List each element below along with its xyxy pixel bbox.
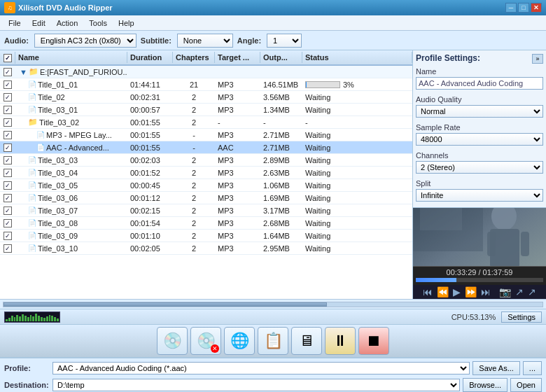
row-status: Waiting [302,244,412,253]
table-row[interactable]: 📄 Title_03_0500:00:452MP31.06MBWaiting [0,179,412,192]
row-checkbox[interactable] [0,180,15,190]
table-row[interactable]: 📄 Title_03_0100:00:572MP31.34MBWaiting [0,104,412,116]
maximize-button[interactable]: □ [518,3,529,13]
th-name[interactable]: Name [15,52,127,63]
split-select[interactable]: Infinite 5 MB 10 MB [416,189,543,202]
vc-play-button[interactable]: ▶ [451,286,462,298]
table-row[interactable]: 📄 Title_03_0700:02:152MP33.17MBWaiting [0,204,412,217]
close-button[interactable]: ✕ [531,3,542,13]
table-row[interactable]: ▼ 📁 E:[FAST_AND_FURIOU... [0,66,412,78]
row-checkbox[interactable] [0,79,15,90]
row-checkbox[interactable] [0,205,15,216]
row-output [260,71,302,73]
table-row[interactable]: 📁 Title_03_0200:01:552--- [0,116,412,129]
row-checkbox[interactable] [0,130,15,140]
waveform-bar [6,319,8,321]
row-checkbox[interactable] [0,66,15,77]
row-checkbox[interactable] [0,142,15,153]
row-checkbox[interactable] [0,167,15,178]
tb-dvd-button[interactable]: 💿 [157,327,188,355]
table-row[interactable]: 📄 AAC - Advanced...00:01:55-AAC2.71MBWai… [0,141,412,154]
browse-button[interactable]: Browse... [463,378,507,392]
row-checkbox[interactable] [0,218,15,228]
table-row[interactable]: 📄 Title_03_0600:01:122MP31.69MBWaiting [0,192,412,204]
vc-share1-button[interactable]: ↗ [514,286,525,298]
profile-more-button[interactable]: ... [523,361,542,375]
row-name: 📄 Title_03_10 [15,244,127,253]
row-target: MP3 [215,193,260,203]
audio-select[interactable]: English AC3 2ch (0x80) [34,34,136,48]
menu-edit[interactable]: Edit [27,18,51,29]
waveform-bar [30,315,32,321]
expand-button[interactable]: » [532,54,543,64]
dest-select[interactable]: D:\temp [52,379,460,391]
table-row[interactable]: 📄 Title_03_0900:01:102MP31.64MBWaiting [0,230,412,242]
row-duration: 00:01:12 [127,193,173,203]
row-checkbox[interactable] [0,92,15,102]
row-checkbox[interactable] [0,104,15,115]
vc-snapshot-button[interactable]: 📷 [498,286,512,298]
name-input[interactable] [416,77,543,90]
open-button[interactable]: Open [510,378,542,392]
tb-add-button[interactable]: 💿 ✕ [190,327,221,355]
sample-select[interactable]: 48000 44100 22050 [416,133,543,146]
th-target[interactable]: Target ... [215,52,260,63]
waveform-bar [49,315,51,321]
vc-forward-button[interactable]: ⏩ [463,286,478,298]
table-row[interactable]: 📄 Title_03_0400:01:522MP32.63MBWaiting [0,167,412,179]
minimize-button[interactable]: ─ [505,3,517,13]
row-target: MP3 [215,218,260,228]
timeline-progress[interactable] [416,278,543,282]
save-as-button[interactable]: Save As... [472,361,520,375]
table-body[interactable]: ▼ 📁 E:[FAST_AND_FURIOU...📄 Title_01_0101… [0,66,412,299]
profile-select[interactable]: AAC - Advanced Audio Coding (*.aac) [52,362,470,374]
th-duration[interactable]: Duration [127,52,173,63]
tb-folder-button[interactable]: 📋 [258,327,288,355]
hscroll-track[interactable] [3,302,543,307]
vc-prev-button[interactable]: ⏮ [421,286,434,298]
tb-browser-button[interactable]: 🌐 [224,327,255,355]
quality-select[interactable]: Normal High Very High Low [416,105,543,118]
row-checkbox[interactable] [0,243,15,253]
channels-select[interactable]: 2 (Stereo) 1 (Mono) [416,161,543,174]
vc-rewind-button[interactable]: ⏪ [435,286,450,298]
status-bar: CPU:53.13% Settings [0,309,546,324]
select-all-checkbox[interactable] [4,54,12,62]
subtitle-select[interactable]: None [177,34,233,48]
table-row[interactable]: 📄 Title_03_0800:01:542MP32.68MBWaiting [0,217,412,230]
table-header: Name Duration Chapters Target ... Outp..… [0,50,412,66]
table-row[interactable]: 📄 Title_03_0300:02:032MP32.89MBWaiting [0,154,412,167]
row-status: Waiting [302,193,412,203]
row-target: MP3 [215,244,260,253]
row-checkbox[interactable] [0,117,15,127]
tb-server-button[interactable]: 🖥 [291,327,322,355]
menu-tools[interactable]: Tools [83,18,113,29]
row-checkbox[interactable] [0,155,15,165]
menu-help[interactable]: Help [113,18,140,29]
table-row[interactable]: 📄 Title_03_1000:02:052MP32.95MBWaiting [0,242,412,255]
th-status[interactable]: Status [302,52,412,63]
menu-action[interactable]: Action [51,18,84,29]
settings-button[interactable]: Settings [501,312,542,323]
row-output: 1.69MB [260,193,302,203]
vc-next-button[interactable]: ⏭ [479,286,492,298]
row-target: - [215,118,260,127]
row-target: MP3 [215,168,260,178]
table-row[interactable]: 📄 MP3 - MPEG Lay...00:01:55-MP32.71MBWai… [0,129,412,141]
hscroll[interactable] [0,299,546,309]
table-row[interactable]: 📄 Title_0200:02:312MP33.56MBWaiting [0,91,412,104]
tb-pause-button[interactable]: ⏸ [325,327,356,355]
angle-select[interactable]: 1 [267,34,302,48]
row-checkbox[interactable] [0,230,15,241]
th-output[interactable]: Outp... [260,52,302,63]
vc-share2-button[interactable]: ↗ [526,286,538,298]
waveform-bar [54,317,56,321]
table-row[interactable]: 📄 Title_01_0101:44:1121MP3146.51MB3% [0,78,412,91]
hscroll-thumb[interactable] [4,302,327,307]
tb-stop-button[interactable]: ⏹ [358,327,389,355]
menu-file[interactable]: File [3,18,27,29]
row-checkbox[interactable] [0,192,15,203]
profile-row: Profile: AAC - Advanced Audio Coding (*.… [4,360,542,376]
row-output: 2.71MB [260,130,302,140]
th-chapters[interactable]: Chapters [173,52,215,63]
